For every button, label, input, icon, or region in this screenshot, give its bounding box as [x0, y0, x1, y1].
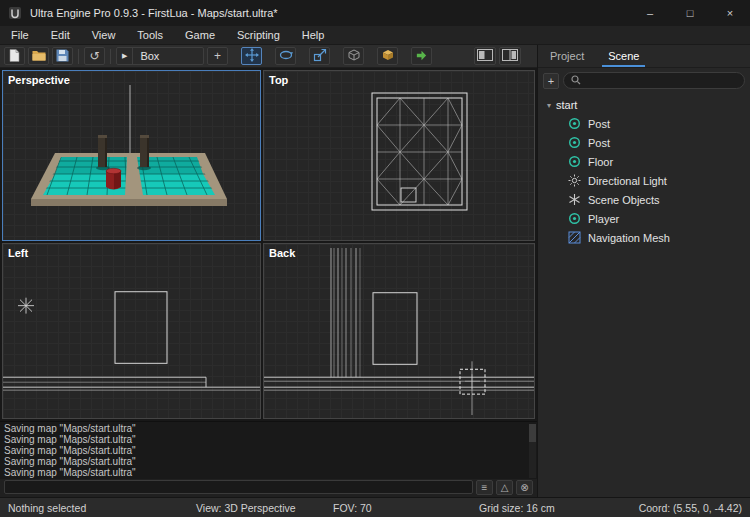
console-line: Saving map "Maps/start.ultra" [4, 467, 533, 478]
app-window: Ultra Engine Pro 0.9.3 - FirstLua - Maps… [0, 0, 750, 517]
status-coordinates: Coord: (5.55, 0, -4.42) [639, 502, 742, 514]
console-log[interactable]: Saving map "Maps/start.ultra" Saving map… [0, 421, 537, 479]
console-line: Saving map "Maps/start.ultra" [4, 423, 533, 434]
viewport-left[interactable]: Left [2, 243, 261, 419]
add-primitive-button[interactable]: + [207, 47, 228, 65]
maximize-button[interactable]: □ [670, 0, 710, 26]
main-area: ↺ ▶ Box + [0, 45, 750, 497]
viewport-perspective[interactable]: Perspective [2, 70, 261, 241]
console-log-filter-button[interactable]: ≡ [476, 480, 493, 495]
tree-item-scene-objects[interactable]: Scene Objects [538, 190, 750, 209]
tree-item-floor[interactable]: Floor [538, 152, 750, 171]
tree-root-start[interactable]: ▾ start [538, 96, 750, 114]
tab-scene[interactable]: Scene [596, 45, 651, 67]
sun-icon [568, 174, 581, 187]
scrollbar-thumb[interactable] [529, 424, 536, 442]
scale-tool-button[interactable] [309, 47, 330, 65]
translate-tool-button[interactable] [241, 47, 262, 65]
new-file-button[interactable] [4, 47, 25, 65]
menu-game[interactable]: Game [174, 26, 226, 44]
tree-item-label: Post [588, 118, 610, 130]
run-game-button[interactable] [411, 47, 432, 65]
console-warning-filter-button[interactable]: △ [496, 480, 513, 495]
toolbar-separator [78, 49, 79, 64]
minimize-button[interactable]: – [630, 0, 670, 26]
scene-search-row: + [538, 68, 750, 93]
tree-item-post-1[interactable]: Post [538, 114, 750, 133]
axes-icon [568, 193, 581, 206]
menu-tools[interactable]: Tools [126, 26, 174, 44]
editor-column: ↺ ▶ Box + [0, 45, 537, 497]
tree-item-post-2[interactable]: Post [538, 133, 750, 152]
menu-edit[interactable]: Edit [40, 26, 81, 44]
menu-scripting[interactable]: Scripting [226, 26, 291, 44]
viewport-label: Top [269, 74, 288, 86]
menu-view[interactable]: View [81, 26, 127, 44]
rotate-tool-button[interactable] [275, 47, 296, 65]
layout-split-button[interactable] [499, 47, 521, 65]
open-file-button[interactable] [28, 47, 49, 65]
undo-icon: ↺ [89, 50, 99, 62]
rotate-icon [279, 48, 293, 64]
tree-item-label: Scene Objects [588, 194, 660, 206]
close-button[interactable]: × [710, 0, 750, 26]
tree-item-label: Post [588, 137, 610, 149]
viewport-label: Perspective [8, 74, 70, 86]
tree-item-player[interactable]: Player [538, 209, 750, 228]
add-entity-button[interactable]: + [543, 73, 559, 89]
tab-project[interactable]: Project [538, 45, 596, 67]
tree-item-label: Floor [588, 156, 613, 168]
navmesh-icon [568, 231, 581, 244]
tree-root-label: start [556, 99, 577, 111]
console-line: Saving map "Maps/start.ultra" [4, 434, 533, 445]
green-arrow-icon [415, 49, 428, 64]
mesh-tool-button[interactable] [343, 47, 364, 65]
titlebar: Ultra Engine Pro 0.9.3 - FirstLua - Maps… [0, 0, 750, 26]
tree-item-navigation-mesh[interactable]: Navigation Mesh [538, 228, 750, 247]
undo-button[interactable]: ↺ [84, 47, 105, 65]
perspective-scene [3, 71, 260, 240]
console-line: Saving map "Maps/start.ultra" [4, 456, 533, 467]
material-tool-button[interactable] [377, 47, 398, 65]
tree-item-label: Player [588, 213, 619, 225]
search-icon [571, 75, 581, 87]
statusbar: Nothing selected View: 3D Perspective FO… [0, 497, 750, 517]
material-cube-icon [381, 48, 395, 64]
toolbar-separator [110, 49, 111, 64]
viewport-top[interactable]: Top [263, 70, 535, 241]
app-icon [8, 6, 22, 20]
tree-item-directional-light[interactable]: Directional Light [538, 171, 750, 190]
entity-icon [568, 136, 581, 149]
search-input[interactable] [585, 75, 737, 86]
single-viewport-icon [477, 49, 493, 63]
save-button[interactable] [52, 47, 73, 65]
toolbar: ↺ ▶ Box + [0, 45, 537, 68]
scene-tree: ▾ start Post Post Floor Directiona [538, 93, 750, 497]
console-command-input[interactable] [4, 480, 473, 494]
open-folder-icon [32, 50, 46, 63]
plus-icon: + [214, 50, 221, 62]
layout-buttons [474, 47, 521, 65]
new-file-icon [9, 49, 20, 64]
play-icon: ▶ [117, 52, 132, 60]
save-icon [56, 49, 69, 64]
tree-item-label: Directional Light [588, 175, 667, 187]
menu-file[interactable]: File [0, 26, 40, 44]
panel-tabs: Project Scene [538, 45, 750, 68]
left-wireframe [3, 244, 260, 418]
console-error-filter-button[interactable]: ⊗ [516, 480, 533, 495]
primitive-dropdown[interactable]: ▶ Box [116, 47, 204, 65]
tree-item-label: Navigation Mesh [588, 232, 670, 244]
viewport-label: Back [269, 247, 295, 259]
window-title: Ultra Engine Pro 0.9.3 - FirstLua - Maps… [30, 7, 278, 19]
viewport-back[interactable]: Back [263, 243, 535, 419]
console-scrollbar[interactable] [529, 424, 536, 478]
back-wireframe [264, 244, 534, 418]
entity-icon [568, 117, 581, 130]
wireframe-cube-icon [347, 48, 361, 64]
expander-icon[interactable]: ▾ [547, 101, 551, 110]
scale-icon [313, 48, 327, 64]
layout-single-button[interactable] [474, 47, 496, 65]
entity-icon [568, 212, 581, 225]
menu-help[interactable]: Help [291, 26, 336, 44]
